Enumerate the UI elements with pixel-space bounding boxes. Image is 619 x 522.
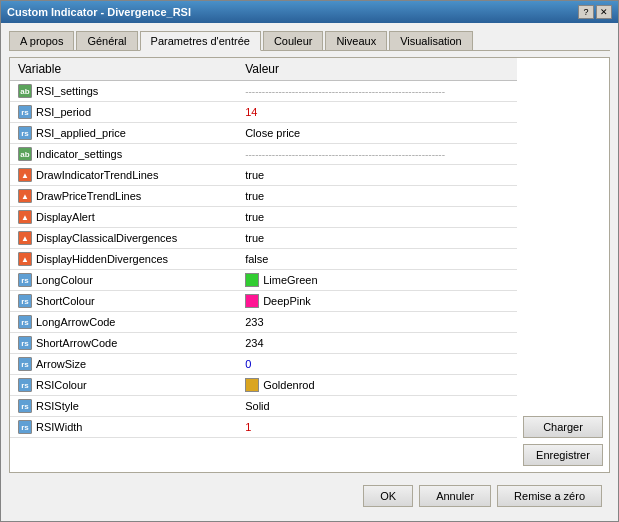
table-row[interactable]: rsRSIColourGoldenrod bbox=[10, 375, 517, 396]
table-row[interactable]: rsRSI_period14 bbox=[10, 102, 517, 123]
table-row[interactable]: ▲DrawIndicatorTrendLinestrue bbox=[10, 165, 517, 186]
tab-parametres-d'entrée[interactable]: Parametres d'entrée bbox=[140, 31, 261, 51]
type-badge: rs bbox=[18, 357, 32, 371]
variable-name: DrawIndicatorTrendLines bbox=[36, 169, 158, 181]
ok-button[interactable]: OK bbox=[363, 485, 413, 507]
table-row[interactable]: rsRSI_applied_priceClose price bbox=[10, 123, 517, 144]
window-title: Custom Indicator - Divergence_RSI bbox=[7, 6, 191, 18]
annuler-button[interactable]: Annuler bbox=[419, 485, 491, 507]
title-bar: Custom Indicator - Divergence_RSI ? ✕ bbox=[1, 1, 618, 23]
value-text: 14 bbox=[245, 106, 257, 118]
type-badge: rs bbox=[18, 420, 32, 434]
type-badge: ▲ bbox=[18, 168, 32, 182]
charger-button[interactable]: Charger bbox=[523, 416, 603, 438]
variable-name: RSI_applied_price bbox=[36, 127, 126, 139]
table-row[interactable]: ▲DisplayClassicalDivergencestrue bbox=[10, 228, 517, 249]
params-panel: Variable Valeur abRSI_settings----------… bbox=[9, 57, 610, 473]
bottom-bar: OK Annuler Remise a zéro bbox=[9, 479, 610, 513]
title-controls: ? ✕ bbox=[578, 5, 612, 19]
type-badge: rs bbox=[18, 294, 32, 308]
table-row[interactable]: ▲DrawPriceTrendLinestrue bbox=[10, 186, 517, 207]
type-badge: rs bbox=[18, 105, 32, 119]
type-badge: rs bbox=[18, 273, 32, 287]
variable-name: LongColour bbox=[36, 274, 93, 286]
color-swatch bbox=[245, 294, 259, 308]
remise-button[interactable]: Remise a zéro bbox=[497, 485, 602, 507]
enregistrer-button[interactable]: Enregistrer bbox=[523, 444, 603, 466]
variable-name: RSIWidth bbox=[36, 421, 82, 433]
type-badge: rs bbox=[18, 378, 32, 392]
variable-name: DrawPriceTrendLines bbox=[36, 190, 141, 202]
side-buttons: Charger Enregistrer bbox=[523, 58, 609, 472]
value-text: false bbox=[245, 253, 268, 265]
color-swatch bbox=[245, 273, 259, 287]
type-badge: ▲ bbox=[18, 231, 32, 245]
main-window: Custom Indicator - Divergence_RSI ? ✕ A … bbox=[0, 0, 619, 522]
variable-name: DisplayClassicalDivergences bbox=[36, 232, 177, 244]
value-text: Close price bbox=[245, 127, 300, 139]
value-text: 233 bbox=[245, 316, 263, 328]
type-badge: ▲ bbox=[18, 189, 32, 203]
table-row[interactable]: rsLongArrowCode233 bbox=[10, 312, 517, 333]
value-text: true bbox=[245, 211, 264, 223]
value-text: Goldenrod bbox=[263, 379, 314, 391]
type-badge: ▲ bbox=[18, 252, 32, 266]
type-badge: ▲ bbox=[18, 210, 32, 224]
table-row[interactable]: abIndicator_settings--------------------… bbox=[10, 144, 517, 165]
table-row[interactable]: rsRSIStyleSolid bbox=[10, 396, 517, 417]
tab-général[interactable]: Général bbox=[76, 31, 137, 50]
table-row[interactable]: abRSI_settings--------------------------… bbox=[10, 81, 517, 102]
value-text: true bbox=[245, 190, 264, 202]
tab-bar: A proposGénéralParametres d'entréeCouleu… bbox=[9, 31, 610, 51]
window-content: A proposGénéralParametres d'entréeCouleu… bbox=[1, 23, 618, 521]
tab-couleur[interactable]: Couleur bbox=[263, 31, 324, 50]
table-row[interactable]: rsArrowSize0 bbox=[10, 354, 517, 375]
type-badge: rs bbox=[18, 315, 32, 329]
value-text: DeepPink bbox=[263, 295, 311, 307]
type-badge: rs bbox=[18, 336, 32, 350]
color-swatch bbox=[245, 378, 259, 392]
table-row[interactable]: rsRSIWidth1 bbox=[10, 417, 517, 438]
value-text: 1 bbox=[245, 421, 251, 433]
variable-name: RSI_settings bbox=[36, 85, 98, 97]
table-row[interactable]: ▲DisplayAlerttrue bbox=[10, 207, 517, 228]
value-text: ----------------------------------------… bbox=[245, 149, 445, 160]
params-table: Variable Valeur abRSI_settings----------… bbox=[10, 58, 517, 438]
value-text: 234 bbox=[245, 337, 263, 349]
type-badge: rs bbox=[18, 126, 32, 140]
variable-name: RSI_period bbox=[36, 106, 91, 118]
close-button[interactable]: ✕ bbox=[596, 5, 612, 19]
table-row[interactable]: rsLongColourLimeGreen bbox=[10, 270, 517, 291]
tab-a-propos[interactable]: A propos bbox=[9, 31, 74, 50]
type-badge: rs bbox=[18, 399, 32, 413]
tab-visualisation[interactable]: Visualisation bbox=[389, 31, 473, 50]
value-text: Solid bbox=[245, 400, 269, 412]
help-button[interactable]: ? bbox=[578, 5, 594, 19]
type-badge: ab bbox=[18, 147, 32, 161]
value-text: true bbox=[245, 232, 264, 244]
variable-name: ArrowSize bbox=[36, 358, 86, 370]
params-table-container: Variable Valeur abRSI_settings----------… bbox=[10, 58, 517, 472]
variable-name: ShortColour bbox=[36, 295, 95, 307]
col-value: Valeur bbox=[237, 58, 517, 81]
value-text: true bbox=[245, 169, 264, 181]
variable-name: DisplayAlert bbox=[36, 211, 95, 223]
col-variable: Variable bbox=[10, 58, 237, 81]
variable-name: LongArrowCode bbox=[36, 316, 116, 328]
table-row[interactable]: rsShortColourDeepPink bbox=[10, 291, 517, 312]
variable-name: Indicator_settings bbox=[36, 148, 122, 160]
value-text: LimeGreen bbox=[263, 274, 317, 286]
value-text: 0 bbox=[245, 358, 251, 370]
table-row[interactable]: ▲DisplayHiddenDivergencesfalse bbox=[10, 249, 517, 270]
variable-name: ShortArrowCode bbox=[36, 337, 117, 349]
table-row[interactable]: rsShortArrowCode234 bbox=[10, 333, 517, 354]
tab-niveaux[interactable]: Niveaux bbox=[325, 31, 387, 50]
value-text: ----------------------------------------… bbox=[245, 86, 445, 97]
variable-name: RSIStyle bbox=[36, 400, 79, 412]
variable-name: DisplayHiddenDivergences bbox=[36, 253, 168, 265]
type-badge: ab bbox=[18, 84, 32, 98]
variable-name: RSIColour bbox=[36, 379, 87, 391]
